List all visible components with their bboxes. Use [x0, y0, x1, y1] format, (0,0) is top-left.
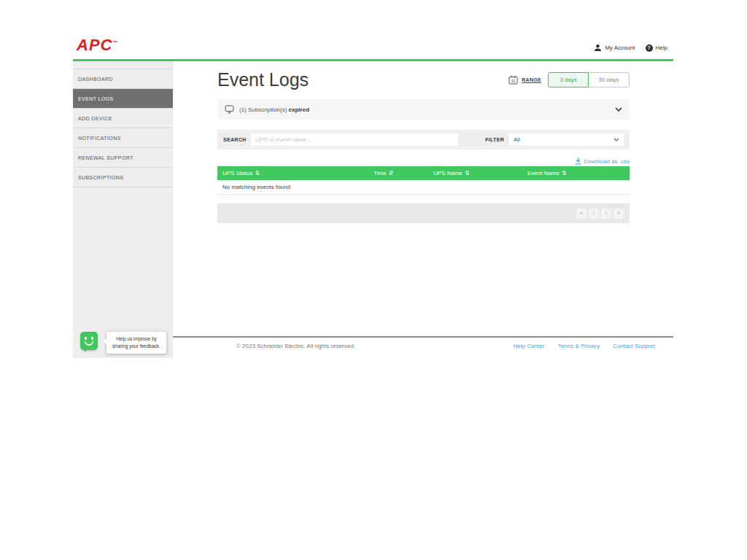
- column-header-ups-status[interactable]: UPS Status ⇅: [217, 170, 374, 176]
- my-account-label: My Account: [605, 44, 635, 51]
- footer: © 2023 Schneider Electric. All rights re…: [173, 336, 673, 358]
- body-row: DASHBOARD EVENT LOGS ADD DEVICE NOTIFICA…: [73, 61, 673, 358]
- footer-links: Help Center Terms & Privacy Contact Supp…: [514, 343, 655, 349]
- column-label: UPS Name: [433, 170, 462, 176]
- download-row: Download as .csv: [217, 156, 630, 166]
- column-label: Time: [374, 170, 386, 176]
- column-label: Event Name: [527, 170, 560, 176]
- smiley-mouth: [85, 341, 93, 346]
- chevron-down-icon[interactable]: [615, 107, 622, 112]
- download-csv-label: Download as .csv: [584, 158, 630, 165]
- sidebar-item-renewal-support[interactable]: RENEWAL SUPPORT: [73, 148, 173, 168]
- contact-support-link[interactable]: Contact Support: [613, 343, 655, 349]
- help-center-link[interactable]: Help Center: [514, 343, 545, 349]
- content: Event Logs 31 RANGE 3 days 30 days: [173, 61, 673, 223]
- filter-select[interactable]: All: [509, 133, 624, 146]
- feedback-widget: Help us improve by sharing your feedback…: [80, 332, 166, 354]
- smiley-eye: [91, 337, 93, 340]
- previous-page-button[interactable]: ‹: [589, 209, 599, 219]
- next-page-button[interactable]: ›: [601, 209, 611, 219]
- range-30-days-button[interactable]: 30 days: [589, 72, 630, 88]
- help-button[interactable]: ? Help: [646, 44, 667, 52]
- sort-icon[interactable]: ⇅: [255, 170, 260, 176]
- search-label: SEARCH: [223, 137, 246, 142]
- filter-selected-value: All: [514, 136, 520, 143]
- table-header: UPS Status ⇅ Time ⇵ UPS Name ⇅ Event Nam…: [217, 166, 630, 180]
- range-control: 31 RANGE 3 days 30 days: [508, 72, 630, 88]
- terms-privacy-link[interactable]: Terms & Privacy: [557, 343, 600, 349]
- page-title: Event Logs: [217, 69, 309, 90]
- filter-label: FILTER: [485, 137, 504, 142]
- column-header-event-name[interactable]: Event Name ⇅: [527, 170, 630, 176]
- app-container: APC™ My Account ? Help DASHBOARD EVENT L…: [73, 0, 673, 358]
- range-3-days-button[interactable]: 3 days: [548, 72, 589, 88]
- sort-icon[interactable]: ⇵: [388, 170, 393, 176]
- pagination-bar: « ‹ › »: [217, 203, 630, 223]
- chevron-down-icon: [614, 138, 619, 141]
- help-icon: ?: [646, 44, 653, 52]
- sidebar-spacer: [73, 61, 173, 69]
- bubble-tail: [82, 349, 86, 352]
- account-area: My Account ? Help: [594, 44, 667, 52]
- column-header-time[interactable]: Time ⇵: [374, 170, 433, 176]
- my-account-button[interactable]: My Account: [594, 44, 635, 52]
- range-label: RANGE: [522, 77, 541, 82]
- sort-icon[interactable]: ⇅: [562, 170, 567, 176]
- title-row: Event Logs 31 RANGE 3 days 30 days: [217, 67, 630, 92]
- feedback-smiley-icon[interactable]: [80, 332, 98, 350]
- svg-text:31: 31: [511, 79, 516, 83]
- download-icon: [575, 158, 581, 165]
- download-csv-link[interactable]: Download as .csv: [575, 158, 630, 165]
- top-bar: APC™ My Account ? Help: [73, 0, 673, 61]
- sort-icon[interactable]: ⇅: [465, 170, 470, 176]
- sidebar-item-notifications[interactable]: NOTIFICATIONS: [73, 128, 173, 148]
- banner-text: (1) Subscription(s) expired: [239, 106, 309, 113]
- help-label: Help: [656, 44, 667, 51]
- search-input[interactable]: [251, 133, 458, 146]
- brand-text: APC: [77, 36, 112, 54]
- subscription-expired-banner[interactable]: (1) Subscription(s) expired: [217, 99, 630, 120]
- calendar-icon: 31: [508, 75, 518, 85]
- apc-logo[interactable]: APC™: [77, 36, 118, 55]
- feedback-tooltip: Help us improve by sharing your feedback…: [107, 332, 166, 354]
- table-empty-message: No matching events found: [217, 180, 630, 195]
- search-filter-row: SEARCH FILTER All: [217, 130, 630, 149]
- column-label: UPS Status: [222, 170, 252, 176]
- copyright-text: © 2023 Schneider Electric. All rights re…: [236, 343, 355, 349]
- sidebar-item-subscriptions[interactable]: SUBSCRIPTIONS: [73, 168, 173, 187]
- smiley-eye: [85, 337, 87, 340]
- sidebar: DASHBOARD EVENT LOGS ADD DEVICE NOTIFICA…: [73, 61, 173, 358]
- banner-text-bold: expired: [289, 106, 309, 113]
- first-page-button[interactable]: «: [576, 209, 587, 219]
- sidebar-item-dashboard[interactable]: DASHBOARD: [73, 69, 173, 89]
- sidebar-item-event-logs[interactable]: EVENT LOGS: [73, 89, 173, 109]
- person-icon: [594, 44, 602, 52]
- trademark-mark: ™: [112, 40, 118, 45]
- column-header-ups-name[interactable]: UPS Name ⇅: [433, 170, 527, 176]
- main-area: Event Logs 31 RANGE 3 days 30 days: [173, 61, 673, 358]
- last-page-button[interactable]: »: [614, 209, 624, 219]
- sidebar-item-add-device[interactable]: ADD DEVICE: [73, 109, 173, 128]
- banner-text-prefix: (1) Subscription(s): [239, 106, 289, 113]
- range-button-group: 3 days 30 days: [548, 72, 630, 88]
- device-monitor-icon: [225, 105, 234, 114]
